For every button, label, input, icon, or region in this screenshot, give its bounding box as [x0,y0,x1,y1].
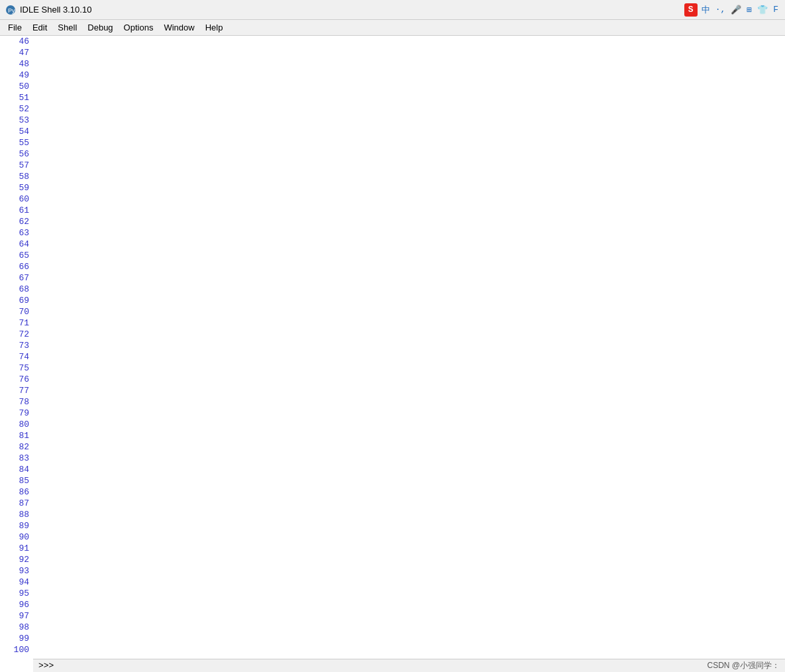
line-number: 72 [0,329,33,340]
line-number: 87 [0,498,33,509]
sogou-zhong-icon[interactable]: 中 [700,3,711,17]
line-number: 58 [0,171,33,182]
line-number: 60 [0,194,33,205]
menu-edit[interactable]: Edit [27,21,52,34]
line-number: 63 [0,227,33,239]
menu-window[interactable]: Window [158,21,199,34]
line-number: 77 [0,385,33,396]
editor-content[interactable] [33,36,785,672]
line-number: 54 [0,126,33,137]
line-number: 74 [0,351,33,363]
line-number: 95 [0,588,33,599]
line-number: 68 [0,284,33,295]
sogou-grid-icon[interactable]: ⊞ [745,3,753,17]
line-number: 51 [0,92,33,103]
line-number: 76 [0,374,33,385]
sogou-shirt-icon[interactable]: 👕 [756,3,769,17]
line-number: 47 [0,47,33,58]
sogou-f-icon[interactable]: F [772,3,780,16]
line-number: 97 [0,610,33,622]
sogou-s-icon[interactable]: S [684,3,698,17]
line-number: 89 [0,520,33,532]
line-number: 67 [0,272,33,284]
title-bar: Py IDLE Shell 3.10.10 S 中 ·, 🎤 ⊞ 👕 F [0,0,785,20]
line-number: 100 [0,644,33,655]
line-number: 99 [0,633,33,644]
line-number: 98 [0,622,33,633]
line-number: 78 [0,396,33,408]
menu-file[interactable]: File [3,21,27,34]
line-number: 50 [0,81,33,92]
line-number: 55 [0,137,33,148]
prompt-symbol: >>> [38,661,54,671]
menu-debug[interactable]: Debug [82,21,118,34]
editor-area[interactable]: >>> CSDN @小强同学： [33,36,785,672]
line-number: 80 [0,419,33,430]
line-number: 90 [0,532,33,543]
line-number: 85 [0,475,33,486]
line-number: 91 [0,543,33,554]
python-icon: Py [5,5,16,15]
line-number: 73 [0,340,33,351]
line-number: 94 [0,577,33,588]
title-bar-text: IDLE Shell 3.10.10 [20,5,91,15]
watermark-text: CSDN @小强同学： [707,659,780,672]
line-number: 69 [0,295,33,306]
sogou-mic-icon[interactable]: 🎤 [729,3,743,17]
line-number: 79 [0,408,33,419]
line-number: 48 [0,58,33,70]
line-number: 93 [0,565,33,577]
menu-options[interactable]: Options [119,21,159,34]
line-number: 71 [0,317,33,329]
line-number: 75 [0,363,33,374]
main-content: 4647484950515253545556575859606162636465… [0,36,785,672]
line-number: 81 [0,430,33,441]
line-number: 65 [0,250,33,261]
line-number: 88 [0,509,33,520]
line-number: 57 [0,160,33,171]
line-number: 83 [0,453,33,464]
title-bar-right-icons: S 中 ·, 🎤 ⊞ 👕 F [684,3,780,17]
line-number: 49 [0,70,33,81]
menu-shell[interactable]: Shell [52,21,82,34]
line-number: 61 [0,205,33,216]
line-numbers-panel: 4647484950515253545556575859606162636465… [0,36,33,672]
line-number: 52 [0,103,33,115]
line-number: 62 [0,216,33,227]
line-number: 66 [0,261,33,272]
sogou-dot-icon[interactable]: ·, [714,3,727,16]
line-number: 82 [0,441,33,453]
line-number: 70 [0,306,33,317]
menu-bar: File Edit Shell Debug Options Window Hel… [0,20,785,36]
line-number: 92 [0,554,33,565]
line-number: 46 [0,36,33,47]
line-number: 59 [0,182,33,194]
line-number: 96 [0,599,33,610]
status-bar: >>> CSDN @小强同学： [33,659,785,672]
line-number: 84 [0,464,33,475]
line-number: 64 [0,239,33,250]
line-number: 56 [0,148,33,160]
line-number: 53 [0,115,33,126]
svg-text:Py: Py [8,7,15,14]
menu-help[interactable]: Help [200,21,229,34]
line-numbers-container: 4647484950515253545556575859606162636465… [0,36,33,655]
line-number: 86 [0,486,33,498]
